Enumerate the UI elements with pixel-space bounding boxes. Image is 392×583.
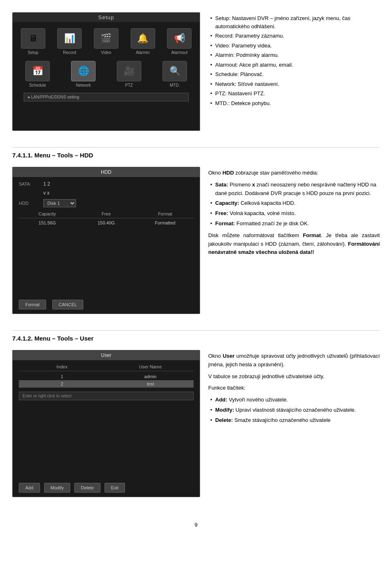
setup-icon-alarmin: Alarmin	[127, 28, 159, 55]
hdd-section: HDD SATA: 1 2 v x HDD Disk 1 Capa	[12, 167, 380, 314]
hdd-heading: 7.4.1.1. Menu – Tools – HDD	[12, 147, 380, 161]
page-container: Setup Setup Record Video Alarmin	[0, 0, 392, 544]
lan-bar: ● LAN/PPPoE/DDNS setting	[24, 93, 188, 101]
user-bullet-list: Add: Vytvoří nového uživatele. Modify: U…	[208, 396, 380, 424]
chart-icon	[64, 33, 75, 44]
user-item-add: Add: Vytvoří nového uživatele.	[210, 396, 380, 404]
hdd-sata-row: SATA: 1 2	[19, 181, 194, 187]
hdd-table-header: Capacity Free Format	[19, 211, 194, 218]
user-item-delete: Delete: Smaže stávajícího označeného uži…	[210, 416, 380, 425]
hdd-sata-states-row: v x	[19, 190, 194, 196]
user-text-column: Okno User umožňuje spravovat účty jednot…	[208, 350, 380, 497]
user-func-label: Funkce tlačítek:	[208, 384, 380, 392]
setup-icon-alarmout: Alarmout	[163, 28, 196, 55]
setup-item-setup: Setup: Nastavení DVR – jméno zařízení, j…	[210, 14, 380, 30]
hdd-col-capacity: Capacity	[19, 211, 76, 216]
hdd-text-column: Okno HDD zobrazuje stav paměťového média…	[208, 167, 380, 314]
hdd-format-button[interactable]: Format	[19, 300, 46, 309]
setup-icon-record: Record	[53, 28, 86, 55]
network-icon	[78, 66, 89, 76]
mtd-icon	[169, 66, 180, 76]
hdd-buttons: Format CANCEL	[13, 296, 200, 314]
user-row1-name: admin	[107, 374, 194, 379]
page-number: 9	[12, 513, 380, 536]
user-body: Index User Name 1 admin 2 test Enter or …	[13, 360, 200, 479]
ptz-icon	[124, 66, 135, 76]
setup-item-video: Video: Parametry videa.	[210, 42, 380, 50]
sata-label: SATA:	[19, 182, 39, 186]
user-screenshot: User Index User Name 1 admin 2 test Ente…	[12, 350, 200, 497]
alarm-in-icon	[137, 33, 148, 44]
user-add-button[interactable]: Add	[19, 483, 40, 493]
hdd-intro: Okno HDD zobrazuje stav paměťového média…	[208, 169, 380, 177]
setup-item-mtd: MTD.: Detekce pohybu.	[210, 99, 380, 108]
setup-title-bar: Setup	[13, 13, 200, 22]
hdd-disk-row: HDD Disk 1	[19, 199, 194, 207]
schedule-icon	[32, 66, 43, 76]
setup-icon-setup: Setup	[17, 28, 49, 55]
hdd-item-sata: Sata: Písmeno x značí neosazený nebo nes…	[210, 181, 380, 198]
setup-section: Setup Setup Record Video Alarmin	[12, 8, 380, 131]
monitor-icon	[29, 33, 38, 44]
hdd-col-format: Format	[137, 211, 194, 216]
setup-icons-row2: Schedule Network PTZ MTD.	[13, 59, 200, 90]
setup-item-alarmout: Alarmout: Akce při alarmu, email.	[210, 61, 380, 69]
setup-icon-video: Video	[90, 28, 122, 55]
video-icon	[100, 33, 111, 44]
setup-screenshot: Setup Setup Record Video Alarmin	[12, 12, 200, 131]
hdd-disk-select[interactable]: Disk 1	[43, 199, 76, 207]
user-row2-index: 2	[19, 381, 105, 386]
user-heading: 7.4.1.2. Menu – Tools – User	[12, 330, 380, 344]
user-item-modify: Modify: Upraví vlastnosti stávajícího oz…	[210, 406, 380, 415]
setup-bullet-list: Setup: Nastavení DVR – jméno zařízení, j…	[208, 14, 380, 107]
hdd-screenshot: HDD SATA: 1 2 v x HDD Disk 1 Capa	[12, 167, 200, 314]
user-row2-name: test	[107, 381, 194, 386]
user-modify-button[interactable]: Modify	[44, 483, 70, 493]
setup-icons-row1: Setup Record Video Alarmin Alarmout	[13, 22, 200, 59]
hdd-label-text: HDD	[19, 201, 39, 206]
user-row1-index: 1	[19, 374, 105, 379]
user-title-bar: User	[13, 350, 200, 360]
setup-item-record: Record: Parametry záznamu.	[210, 32, 380, 40]
setup-icon-network: Network	[67, 61, 100, 87]
user-table-header: Index User Name	[19, 364, 194, 371]
hdd-cancel-button[interactable]: CANCEL	[52, 300, 84, 309]
hdd-table-row: 151.56G 150.40G Formatted	[19, 218, 194, 227]
user-col-index: Index	[19, 364, 105, 369]
hdd-para1: Disk můžete naformátovat tlačítkem Forma…	[208, 231, 380, 257]
hdd-heading-wrapper: 7.4.1.1. Menu – Tools – HDD	[12, 147, 380, 161]
user-heading-wrapper: 7.4.1.2. Menu – Tools – User	[12, 330, 380, 344]
hdd-item-free: Free: Volná kapacita, volné místo.	[210, 209, 380, 218]
user-row-2[interactable]: 2 test	[19, 380, 194, 388]
hdd-col-free: Free	[78, 211, 134, 216]
user-row-1[interactable]: 1 admin	[19, 373, 194, 380]
setup-item-alarmin: Alarmin: Podmínky alarmu.	[210, 51, 380, 59]
hdd-body: SATA: 1 2 v x HDD Disk 1 Capacity Free	[13, 177, 200, 296]
user-status-bar: Enter or right click to select	[19, 392, 194, 400]
sata-states: v x	[43, 190, 49, 196]
setup-item-network: Network: Síťové nastavení.	[210, 80, 380, 88]
user-col-username: User Name	[107, 364, 194, 369]
setup-item-ptz: PTZ: Nastavení PTZ.	[210, 90, 380, 98]
user-section: User Index User Name 1 admin 2 test Ente…	[12, 350, 380, 497]
hdd-bullet-list: Sata: Písmeno x značí neosazený nebo nes…	[208, 181, 380, 228]
user-buttons: Add Modify Delete Exit	[13, 479, 200, 497]
hdd-free-value: 150.40G	[78, 220, 134, 225]
user-para2: V tabulce se zobrazují jednotlivé uživat…	[208, 372, 380, 381]
setup-icon-mtd: MTD.	[158, 61, 191, 87]
user-exit-button[interactable]: Exit	[105, 483, 125, 493]
hdd-item-format: Format: Formatted značí že je disk OK.	[210, 220, 380, 228]
hdd-title-bar: HDD	[13, 167, 200, 177]
hdd-item-capacity: Capacity: Celková kapacita HDD.	[210, 199, 380, 208]
user-intro: Okno User umožňuje spravovat účty jednot…	[208, 352, 380, 369]
hdd-format-value: Formatted	[137, 220, 194, 225]
alarm-out-icon	[174, 33, 185, 44]
sata-values: 1 2	[43, 181, 50, 187]
hdd-capacity-value: 151.56G	[19, 220, 76, 225]
user-delete-button[interactable]: Delete	[74, 483, 100, 493]
setup-item-schedule: Schedule: Plánovač.	[210, 70, 380, 78]
setup-text-column: Setup: Nastavení DVR – jméno zařízení, j…	[208, 12, 380, 131]
setup-icon-schedule: Schedule	[21, 61, 54, 87]
setup-icon-ptz: PTZ	[113, 61, 145, 87]
